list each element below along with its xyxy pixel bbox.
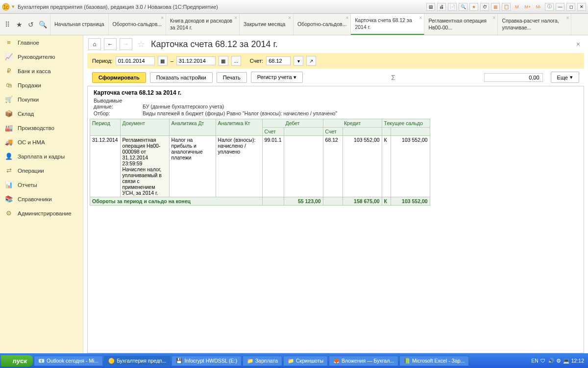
taskbar-item[interactable]: 🦊Вложения — Бухгал... — [329, 356, 398, 366]
sidebar-item-admin[interactable]: ⚙Администрирование — [0, 206, 83, 220]
tab-account-card[interactable]: ×Карточка счета 68.12 за 2014 г. — [351, 14, 424, 35]
print-button[interactable]: Печать — [217, 72, 247, 83]
mem-m[interactable]: M — [513, 3, 521, 11]
window-title: Бухгалтерия предприятия (базовая), редак… — [18, 4, 426, 10]
tab-routine-op[interactable]: ×Регламентная операция Нв00-00... — [424, 14, 498, 35]
sidebar-item-sales[interactable]: 🛍Продажи — [0, 78, 83, 92]
forward-button[interactable]: → — [120, 38, 132, 50]
chevron-down-icon: ▾ — [570, 74, 573, 80]
open-icon[interactable]: ↗ — [306, 56, 316, 66]
taskbar-item[interactable]: 🟡Бухгалтерия предп... — [104, 356, 171, 366]
tool-icon[interactable]: ★ — [469, 3, 478, 11]
tab-home[interactable]: Начальная страница — [50, 14, 109, 35]
sidebar-item-assets[interactable]: 🚚ОС и НМА — [0, 135, 83, 149]
search-icon[interactable]: 🔍 — [37, 19, 48, 30]
tool-icon[interactable]: ⏱ — [480, 3, 489, 11]
close-page-icon[interactable]: × — [573, 40, 583, 48]
period-picker-button[interactable]: ... — [231, 56, 241, 66]
star-icon[interactable]: ★ — [14, 19, 24, 30]
sidebar-label: Склад — [18, 111, 34, 117]
sidebar-item-production[interactable]: 🏭Производство — [0, 121, 83, 135]
sigma-icon[interactable]: Σ — [391, 74, 395, 81]
tool-icon[interactable]: ▦ — [491, 3, 500, 11]
cell-analytics-kt: Налог (взносы): начислено / уплачено — [216, 136, 262, 197]
taskbar-item[interactable]: 📧Outlook сегодня - Mi... — [34, 356, 103, 366]
date-to-input[interactable] — [176, 56, 216, 65]
sidebar-item-main[interactable]: ≡Главное — [0, 35, 83, 50]
help-icon[interactable]: ⓘ — [545, 3, 554, 11]
sidebar-item-manager[interactable]: 📈Руководителю — [0, 50, 83, 64]
tool-icon[interactable]: 📋 — [502, 3, 511, 11]
maximize-icon[interactable]: ◻ — [566, 3, 575, 11]
sidebar-item-purchases[interactable]: 🛒Покупки — [0, 92, 83, 106]
sidebar-label: Администрирование — [18, 210, 72, 216]
page-title: Карточка счета 68.12 за 2014 г. — [151, 39, 278, 50]
taskbar-item[interactable]: 📁Зарплата — [243, 356, 282, 366]
filter-bar: Период: ▦ – ▦ ... Счет: ▾ ↗ — [87, 53, 584, 69]
history-icon[interactable]: ↺ — [25, 19, 36, 30]
tray-lang[interactable]: EN — [531, 358, 539, 364]
sidebar-label: Покупки — [18, 97, 39, 103]
date-from-input[interactable] — [116, 56, 155, 65]
tab-strip: ⠿ ★ ↺ 🔍 Начальная страница ×Оборотно-сал… — [0, 14, 588, 35]
back-button[interactable]: ← — [104, 38, 117, 50]
svg-text:1c: 1c — [3, 4, 9, 10]
calendar-icon[interactable]: ▦ — [219, 56, 228, 66]
tool-icon[interactable]: ▤ — [426, 3, 435, 11]
tray-icon[interactable]: 💻 — [563, 358, 569, 364]
tray-icon[interactable]: ⚙ — [556, 358, 561, 364]
tab-tax-calc[interactable]: ×Справка-расчет налога, уплачивае... — [498, 14, 571, 35]
dropdown-icon[interactable]: ▾ — [12, 3, 15, 10]
close-icon[interactable]: × — [234, 15, 237, 21]
sidebar-item-warehouse[interactable]: 📦Склад — [0, 106, 83, 121]
close-icon[interactable]: × — [566, 15, 569, 21]
sidebar-label: Продажи — [18, 82, 41, 88]
col-debit-account: Счет — [262, 128, 284, 136]
windows-taskbar: пуск 📧Outlook сегодня - Mi... 🟡Бухгалтер… — [0, 353, 588, 368]
close-icon[interactable]: ✕ — [577, 3, 586, 11]
sidebar-item-catalogs[interactable]: 📚Справочники — [0, 192, 83, 206]
report-filter: Отбор:Виды платежей в бюджет (фонды) Рав… — [90, 110, 582, 117]
tray-icon[interactable]: 🛡 — [540, 358, 546, 364]
favorite-icon[interactable]: ☆ — [137, 39, 145, 50]
tool-icon[interactable]: 📄 — [448, 3, 457, 11]
mem-m-plus[interactable]: M+ — [523, 3, 532, 11]
totals-balance-type: К — [382, 197, 391, 206]
sidebar-item-bank[interactable]: ₽Банк и касса — [0, 64, 83, 78]
tab-month-close[interactable]: ×Закрытие месяца — [240, 14, 294, 35]
tab-balance-2[interactable]: ×Оборотно-сальдов... — [294, 14, 351, 35]
close-icon[interactable]: × — [161, 15, 164, 21]
tab-income-book[interactable]: ×Книга доходов и расходов за 2014 г. — [166, 14, 240, 35]
apps-icon[interactable]: ⠿ — [2, 19, 13, 30]
report-meta: Выводимые данные:БУ (данные бухгалтерско… — [90, 97, 582, 110]
calendar-icon[interactable]: ▦ — [158, 56, 168, 66]
mem-m-minus[interactable]: M- — [534, 3, 543, 11]
close-icon[interactable]: × — [288, 15, 291, 21]
register-button[interactable]: Регистр учета ▾ — [251, 72, 303, 83]
close-icon[interactable]: × — [493, 15, 496, 21]
more-button[interactable]: Еще ▾ — [551, 72, 579, 83]
generate-button[interactable]: Сформировать — [92, 72, 146, 83]
table-row[interactable]: 31.12.2014 Регламентная операция Нв00-00… — [90, 136, 430, 197]
start-button[interactable]: пуск — [1, 355, 33, 367]
tool-icon[interactable]: 🖨 — [437, 3, 446, 11]
col-balance: Текущее сальдо — [382, 119, 430, 128]
tool-icon[interactable]: 🔍 — [459, 3, 467, 11]
dropdown-icon[interactable]: ▾ — [294, 56, 303, 66]
close-icon[interactable]: × — [346, 15, 349, 21]
taskbar-item[interactable]: 📗Microsoft Excel - Зар... — [399, 356, 469, 366]
sidebar-item-reports[interactable]: 📊Отчеты — [0, 178, 83, 192]
close-icon[interactable]: × — [419, 15, 422, 21]
tray-clock[interactable]: 12:12 — [571, 358, 584, 364]
sidebar-item-operations[interactable]: ⇄Операции — [0, 163, 83, 178]
sidebar-item-salary[interactable]: 👤Зарплата и кадры — [0, 149, 83, 163]
account-input[interactable] — [266, 56, 291, 65]
tab-balance-1[interactable]: ×Оборотно-сальдов... — [109, 14, 166, 35]
minimize-icon[interactable]: — — [556, 3, 564, 11]
gear-icon: ⚙ — [5, 210, 13, 217]
home-button[interactable]: ⌂ — [88, 38, 101, 50]
show-settings-button[interactable]: Показать настройки — [150, 72, 213, 83]
taskbar-item[interactable]: 💾Infocrypt HWDSSL (E:) — [172, 356, 242, 366]
taskbar-item[interactable]: 📁Скриншоты — [283, 356, 328, 366]
tray-icon[interactable]: 🔊 — [548, 358, 554, 364]
